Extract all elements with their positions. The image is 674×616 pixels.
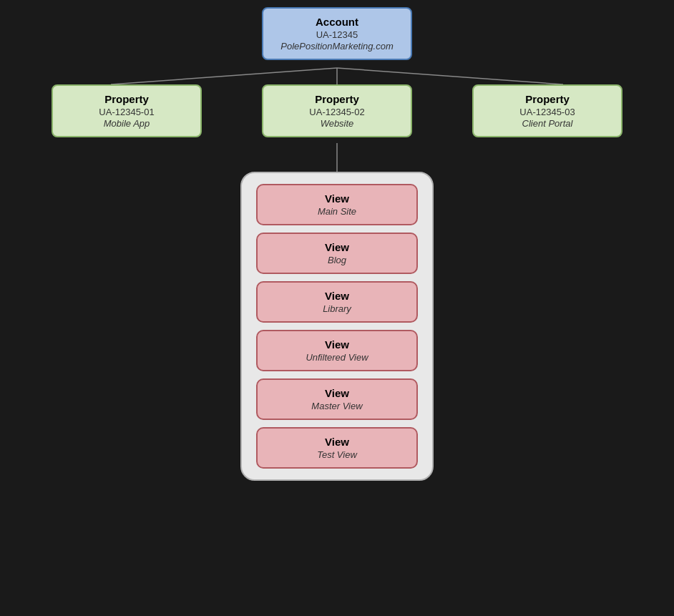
account-title: Account	[274, 16, 400, 28]
view-2-title: View	[268, 241, 406, 253]
property-3-name: Client Portal	[484, 118, 610, 129]
diagram-container: Account UA-12345 PolePositionMarketing.c…	[0, 0, 674, 616]
views-container: View Main Site View Blog View Library Vi…	[240, 172, 434, 481]
property-node-3[interactable]: Property UA-12345-03 Client Portal	[472, 84, 622, 137]
view-2-name: Blog	[268, 255, 406, 265]
property-node-1[interactable]: Property UA-12345-01 Mobile App	[52, 84, 202, 137]
account-id: UA-12345	[274, 29, 400, 40]
view-node-4[interactable]: View Unfiltered View	[256, 330, 418, 371]
property-node-2[interactable]: Property UA-12345-02 Website	[262, 84, 412, 137]
property-1-id: UA-12345-01	[64, 107, 190, 117]
view-node-2[interactable]: View Blog	[256, 233, 418, 274]
view-5-title: View	[268, 387, 406, 399]
property-2-title: Property	[274, 93, 400, 105]
property-1-title: Property	[64, 93, 190, 105]
view-1-title: View	[268, 192, 406, 205]
view-node-1[interactable]: View Main Site	[256, 184, 418, 225]
view-6-name: Test View	[268, 449, 406, 460]
view-node-5[interactable]: View Master View	[256, 378, 418, 420]
view-6-title: View	[268, 436, 406, 448]
account-node: Account UA-12345 PolePositionMarketing.c…	[262, 7, 412, 60]
view-1-name: Main Site	[268, 206, 406, 217]
view-node-3[interactable]: View Library	[256, 281, 418, 323]
property-row: Property UA-12345-01 Mobile App Property…	[0, 84, 674, 137]
property-2-id: UA-12345-02	[274, 107, 400, 117]
property-3-id: UA-12345-03	[484, 107, 610, 117]
svg-line-0	[111, 68, 337, 84]
property-3-title: Property	[484, 93, 610, 105]
property-2-name: Website	[274, 118, 400, 129]
svg-line-2	[337, 68, 563, 84]
property-1-name: Mobile App	[64, 118, 190, 129]
view-4-title: View	[268, 338, 406, 351]
view-3-title: View	[268, 290, 406, 302]
view-node-6[interactable]: View Test View	[256, 427, 418, 469]
view-3-name: Library	[268, 303, 406, 314]
account-name: PolePositionMarketing.com	[274, 41, 400, 52]
view-5-name: Master View	[268, 401, 406, 411]
view-4-name: Unfiltered View	[268, 352, 406, 363]
